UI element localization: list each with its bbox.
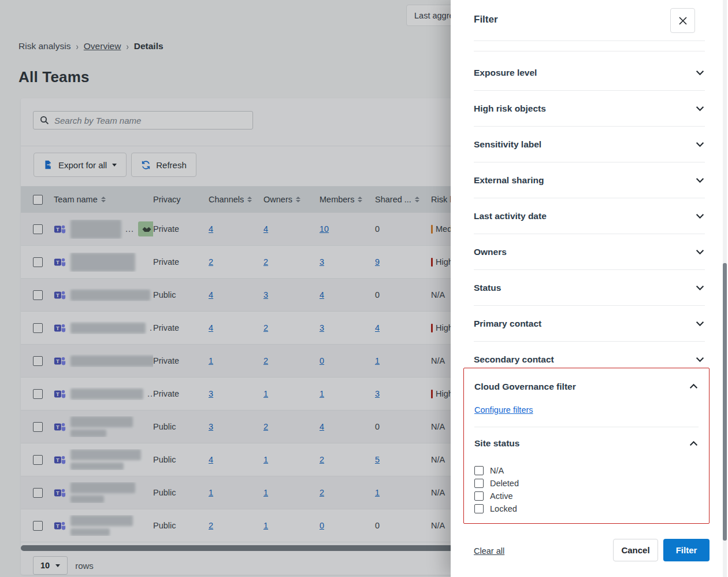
filter-apply-button[interactable]: Filter <box>663 539 710 561</box>
chevron-down-icon <box>695 247 705 257</box>
filter-section-label: External sharing <box>474 175 544 186</box>
clear-all-link[interactable]: Clear all <box>474 546 504 556</box>
filter-section-label: Exposure level <box>474 68 537 78</box>
close-button[interactable] <box>670 8 695 33</box>
chevron-down-icon <box>695 211 705 221</box>
chevron-up-icon <box>689 439 699 449</box>
site-status-options: N/ADeletedActiveLocked <box>474 464 699 515</box>
site-status-option-deleted[interactable]: Deleted <box>474 477 699 490</box>
close-icon <box>679 17 687 25</box>
chevron-down-icon <box>695 354 705 364</box>
checkbox[interactable] <box>474 479 484 488</box>
site-status-option-locked[interactable]: Locked <box>474 502 699 515</box>
filter-sections: Exposure levelHigh risk objectsSensitivi… <box>474 55 705 377</box>
filter-section-label: Owners <box>474 247 507 257</box>
chevron-down-icon <box>695 319 705 328</box>
checkbox-label: Deleted <box>490 479 519 488</box>
divider <box>474 40 705 41</box>
checkbox-label: N/A <box>490 466 504 475</box>
filter-panel: Filter Exposure levelHigh risk objectsSe… <box>451 0 728 577</box>
cloud-governance-highlight: Cloud Governance filter Configure filter… <box>463 368 710 524</box>
filter-section-last-activity-date[interactable]: Last activity date <box>474 198 705 234</box>
chevron-down-icon <box>695 103 705 113</box>
chevron-down-icon <box>695 175 705 185</box>
filter-section-label: High risk objects <box>474 103 546 114</box>
filter-section-label: Last activity date <box>474 211 547 221</box>
chevron-down-icon <box>695 139 705 149</box>
filter-section-owners[interactable]: Owners <box>474 234 705 270</box>
checkbox-label: Active <box>490 491 513 501</box>
configure-filters-link[interactable]: Configure filters <box>474 405 533 415</box>
chevron-down-icon <box>695 283 705 293</box>
checkbox[interactable] <box>474 504 484 513</box>
filter-section-sensitivity-label[interactable]: Sensitivity label <box>474 127 705 162</box>
filter-section-label: Primary contact <box>474 319 541 329</box>
filter-section-label: Sensitivity label <box>474 139 541 150</box>
section-cloud-governance-filter[interactable]: Cloud Governance filter <box>474 368 699 405</box>
scrollbar-thumb[interactable] <box>723 263 727 541</box>
filter-section-exposure-level[interactable]: Exposure level <box>474 55 705 91</box>
filter-section-label: Secondary contact <box>474 354 554 365</box>
checkbox[interactable] <box>474 466 484 475</box>
filter-section-status[interactable]: Status <box>474 270 705 306</box>
checkbox-label: Locked <box>490 504 517 513</box>
filter-section-label: Status <box>474 283 501 293</box>
chevron-down-icon <box>695 68 705 77</box>
divider <box>474 51 705 51</box>
site-status-option-active[interactable]: Active <box>474 490 699 502</box>
filter-section-external-sharing[interactable]: External sharing <box>474 162 705 198</box>
section-site-status[interactable]: Site status <box>474 427 699 460</box>
filter-section-primary-contact[interactable]: Primary contact <box>474 306 705 342</box>
checkbox[interactable] <box>474 491 484 501</box>
cancel-button[interactable]: Cancel <box>613 539 658 561</box>
chevron-up-icon <box>689 382 699 391</box>
filter-panel-title: Filter <box>474 14 498 25</box>
site-status-option-n-a[interactable]: N/A <box>474 464 699 477</box>
filter-section-high-risk-objects[interactable]: High risk objects <box>474 91 705 127</box>
